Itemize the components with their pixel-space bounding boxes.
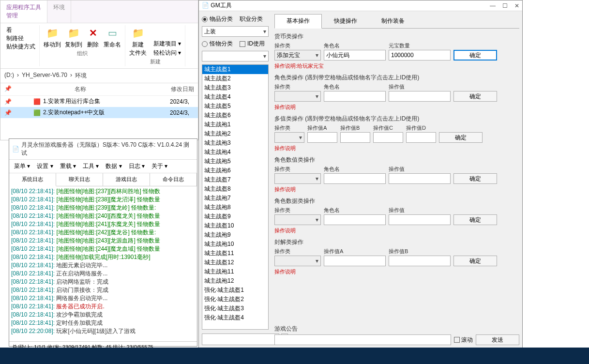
easy-access-button[interactable]: 轻松访问 ▾ [153, 49, 181, 57]
item-list-item[interactable]: 城主战盔7 [202, 175, 268, 184]
item-list-item[interactable]: 城主战盔5 [202, 102, 268, 111]
copy-to-button[interactable]: 📁复制到 [65, 26, 82, 49]
roledata-value-input[interactable] [389, 214, 451, 225]
menu-item[interactable]: 工具 ▾ [80, 161, 102, 171]
log-tab[interactable]: 系统日志 [9, 173, 56, 186]
tab-app-tools[interactable]: 应用程序工具管理 [0, 0, 47, 23]
item-list-item[interactable]: 城主战盔6 [202, 111, 268, 120]
menu-item[interactable]: 重载 ▾ [57, 161, 79, 171]
close-button[interactable]: ✕ [514, 2, 519, 9]
log-tab[interactable]: 命令日志 [150, 173, 197, 186]
rolenum-confirm-button[interactable]: 确定 [453, 173, 497, 184]
rolenum-type-select[interactable] [274, 173, 321, 184]
minimize-button[interactable]: — [490, 2, 496, 9]
item-list-item[interactable]: 强化·城主战盔4 [202, 313, 268, 322]
breadcrumb-folder[interactable]: YH_Server-V6.70 [22, 72, 67, 80]
item-list-item[interactable]: 城主战盔2 [202, 74, 268, 83]
menu-item[interactable]: 设置 ▾ [34, 161, 56, 171]
item-list-item[interactable]: 城主战袍12 [202, 276, 268, 286]
roledata-confirm-button[interactable]: 确定 [453, 214, 497, 225]
announce-input[interactable] [274, 334, 451, 345]
roledata-type-select[interactable] [274, 214, 321, 225]
multi-confirm-button[interactable]: 确定 [439, 132, 483, 143]
item-list-item[interactable]: 强化·城主战盔3 [202, 304, 268, 313]
roledata-role-input[interactable] [324, 214, 386, 225]
menu-item[interactable]: 关于 ▾ [149, 161, 170, 171]
rolenum-role-input[interactable] [324, 173, 386, 184]
item-list-item[interactable]: 城主战盔1 [202, 65, 268, 74]
item-list-item[interactable]: 城主战袍6 [202, 166, 268, 175]
log-content[interactable]: [08/10 22:18:41]: [地图怪物]地图:[237][西林间胜地] … [9, 186, 197, 341]
multi-type-select[interactable] [274, 132, 304, 143]
item-list-item[interactable]: 城主战袍10 [202, 240, 268, 249]
seal-a-input[interactable] [324, 256, 386, 266]
item-list-item[interactable]: 城主战袍8 [202, 203, 268, 212]
move-to-button[interactable]: 📁移动到 [44, 26, 61, 49]
new-folder-button[interactable]: 📁新建 文件夹 [129, 26, 147, 57]
role-confirm-button[interactable]: 确定 [453, 91, 497, 102]
item-list-item[interactable]: 强化·城主战盔1 [202, 286, 268, 295]
currency-role-input[interactable] [324, 50, 386, 61]
item-list-item[interactable]: 城主战袍9 [202, 230, 268, 240]
seal-confirm-button[interactable]: 确定 [453, 256, 497, 266]
item-list-item[interactable]: 城主战袍7 [202, 194, 268, 203]
currency-confirm-button[interactable]: 确定 [453, 50, 497, 61]
gm-tab[interactable]: 制作装备 [369, 14, 417, 28]
item-list-item[interactable]: 城主战盔10 [202, 221, 268, 230]
log-tab[interactable]: 游戏日志 [103, 173, 150, 186]
radio-item-classify[interactable] [202, 16, 208, 22]
item-list-item[interactable]: 城主战袍5 [202, 157, 268, 166]
col-name[interactable]: 名称 [33, 85, 171, 93]
currency-type-select[interactable]: 添加元宝 [274, 50, 321, 61]
radio-monster-classify[interactable] [202, 41, 208, 47]
col-date[interactable]: 修改日期 [171, 85, 194, 93]
role-value-input[interactable] [389, 91, 451, 102]
rolenum-value-input[interactable] [389, 173, 451, 184]
seal-b-input[interactable] [389, 256, 451, 266]
rename-button[interactable]: ▭重命名 [104, 26, 121, 49]
role-name-input[interactable] [324, 91, 386, 102]
item-list-item[interactable]: 城主战盔3 [202, 83, 268, 92]
seal-type-select[interactable] [274, 256, 321, 266]
item-list-item[interactable]: 城主战盔11 [202, 249, 268, 258]
checkbox-id-use[interactable] [240, 41, 245, 47]
multi-d-input[interactable] [406, 132, 436, 143]
item-list[interactable]: 城主战盔1城主战盔2城主战盔3城主战盔4城主战盔5城主战盔6城主战袍1城主战袍2… [202, 64, 269, 330]
file-row[interactable]: 📌🟩 2.安装notepad++中文版2024/3, [0, 107, 198, 118]
gm-tab[interactable]: 基本操作 [274, 14, 322, 29]
item-list-item[interactable]: 强化·城主战盔2 [202, 295, 268, 304]
new-item-button[interactable]: 新建项目 ▾ [153, 40, 181, 48]
menu-item[interactable]: 菜单 ▾ [11, 161, 33, 171]
monster-select[interactable] [202, 51, 269, 61]
menu-item[interactable]: 数据 ▾ [103, 161, 124, 171]
search-input[interactable] [202, 334, 279, 345]
currency-amount-input[interactable] [389, 50, 451, 61]
equip-slot-select[interactable]: 上装 [202, 26, 269, 37]
multi-c-input[interactable] [373, 132, 403, 143]
maximize-button[interactable]: ☐ [502, 2, 508, 9]
taskbar[interactable] [0, 348, 589, 364]
item-list-item[interactable]: 城主战盔4 [202, 92, 268, 102]
item-list-item[interactable]: 城主战袍11 [202, 267, 268, 276]
role-type-select[interactable] [274, 91, 321, 102]
item-list-item[interactable]: 城主战盔9 [202, 212, 268, 221]
item-list-item[interactable]: 城主战盔8 [202, 184, 268, 194]
scroll-checkbox[interactable] [454, 337, 460, 343]
multi-a-input[interactable] [307, 132, 337, 143]
breadcrumb-drive[interactable]: (D:) [4, 72, 14, 80]
multi-b-input[interactable] [340, 132, 370, 143]
log-tab[interactable]: 聊天日志 [56, 173, 103, 186]
item-list-item[interactable]: 城主战盔12 [202, 258, 268, 267]
menu-item[interactable]: 日志 ▾ [126, 161, 148, 171]
delete-button[interactable]: ✕删除 [86, 26, 100, 49]
breadcrumb-sub[interactable]: 环境 [75, 72, 87, 80]
item-list-item[interactable]: 城主战袍3 [202, 138, 268, 148]
gm-tab[interactable]: 快捷操作 [322, 14, 369, 28]
item-list-item[interactable]: 城主战袍4 [202, 148, 268, 157]
item-list-item[interactable]: 城主战袍2 [202, 129, 268, 138]
breadcrumb[interactable]: (D:) › YH_Server-V6.70 › 环境 [0, 69, 198, 83]
file-row[interactable]: 📌🟥 1.安装常用运行库合集2024/3, [0, 96, 198, 107]
tab-environment[interactable]: 环境 [47, 0, 71, 23]
send-button[interactable]: 发送 [476, 334, 519, 345]
item-list-item[interactable]: 城主战袍1 [202, 120, 268, 129]
